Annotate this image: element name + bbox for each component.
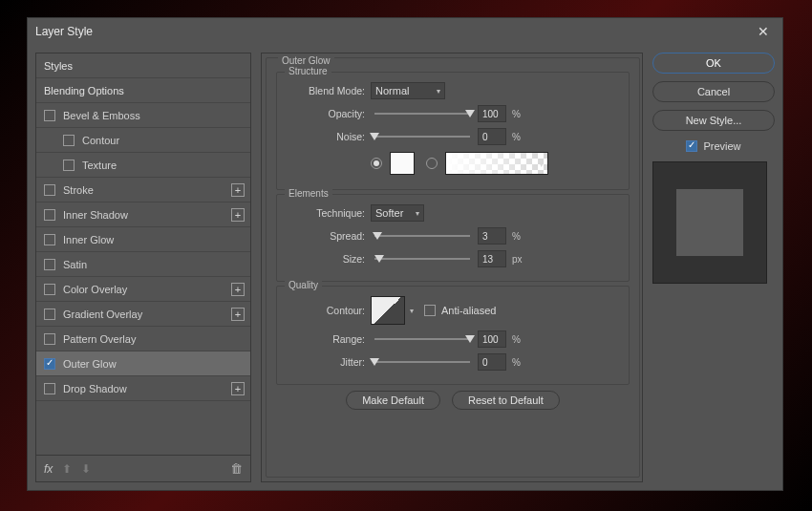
antialiased-checkbox[interactable] xyxy=(424,305,436,316)
sidebar-item-gradient-overlay[interactable]: Gradient Overlay+ xyxy=(36,302,250,327)
noise-input[interactable]: 0 xyxy=(478,128,506,145)
ok-button[interactable]: OK xyxy=(652,53,775,74)
jitter-input[interactable]: 0 xyxy=(478,353,506,371)
jitter-label: Jitter: xyxy=(287,356,371,368)
style-checkbox[interactable] xyxy=(63,160,75,171)
sidebar-item-label: Pattern Overlay xyxy=(63,333,136,345)
structure-title: Structure xyxy=(285,66,331,76)
elements-title: Elements xyxy=(285,188,332,199)
sidebar-item-satin[interactable]: Satin xyxy=(36,252,250,277)
style-checkbox[interactable] xyxy=(44,209,55,221)
color-source-solid-radio[interactable] xyxy=(371,158,382,169)
default-buttons-row: Make Default Reset to Default xyxy=(272,391,633,410)
fx-icon[interactable]: fx xyxy=(44,462,53,476)
arrow-up-icon[interactable]: ⬆ xyxy=(62,462,72,476)
chevron-down-icon: ▾ xyxy=(437,87,440,96)
plus-icon[interactable]: + xyxy=(231,208,245,222)
blending-options-header[interactable]: Blending Options xyxy=(36,78,250,103)
sidebar-item-pattern-overlay[interactable]: Pattern Overlay xyxy=(36,327,250,351)
style-checkbox[interactable] xyxy=(63,135,75,146)
style-checkbox[interactable] xyxy=(44,309,55,320)
sidebar-item-inner-shadow[interactable]: Inner Shadow+ xyxy=(36,202,250,227)
style-checkbox[interactable] xyxy=(44,358,55,370)
opacity-slider[interactable] xyxy=(374,113,470,115)
range-unit: % xyxy=(512,334,521,345)
titlebar: Layer Style ✕ xyxy=(28,18,782,45)
preview-label: Preview xyxy=(703,140,740,152)
blend-mode-value: Normal xyxy=(375,85,409,96)
preview-checkbox[interactable] xyxy=(686,140,697,152)
sidebar-item-drop-shadow[interactable]: Drop Shadow+ xyxy=(36,376,250,401)
plus-icon[interactable]: + xyxy=(231,183,245,197)
sidebar-item-bevel-emboss[interactable]: Bevel & Emboss xyxy=(36,103,250,128)
quality-title: Quality xyxy=(285,280,322,290)
sidebar-item-color-overlay[interactable]: Color Overlay+ xyxy=(36,277,250,302)
sidebar-item-stroke[interactable]: Stroke+ xyxy=(36,178,250,202)
plus-icon[interactable]: + xyxy=(231,283,245,296)
close-icon[interactable]: ✕ xyxy=(752,24,775,39)
spread-slider[interactable] xyxy=(374,235,470,237)
style-checkbox[interactable] xyxy=(44,383,55,394)
blend-mode-select[interactable]: Normal ▾ xyxy=(371,82,445,99)
sidebar-item-outer-glow[interactable]: Outer Glow xyxy=(36,351,250,376)
new-style-button[interactable]: New Style... xyxy=(652,110,775,131)
chevron-down-icon: ▾ xyxy=(539,158,545,170)
style-checkbox[interactable] xyxy=(44,259,55,270)
plus-icon[interactable]: + xyxy=(231,308,245,321)
sidebar-item-label: Outer Glow xyxy=(63,358,117,370)
sidebar-item-label: Inner Shadow xyxy=(63,209,128,221)
sidebar-item-label: Contour xyxy=(82,135,119,146)
opacity-unit: % xyxy=(512,109,521,119)
size-input[interactable]: 13 xyxy=(478,250,506,267)
technique-label: Technique: xyxy=(287,207,371,219)
glow-color-swatch[interactable] xyxy=(390,152,415,175)
blending-options-label: Blending Options xyxy=(44,85,124,96)
style-checkbox[interactable] xyxy=(44,284,55,295)
range-input[interactable]: 100 xyxy=(478,330,506,348)
sidebar-item-texture[interactable]: Texture xyxy=(36,153,250,178)
sidebar: Styles Blending Options Bevel & EmbossCo… xyxy=(35,53,251,482)
spread-input[interactable]: 3 xyxy=(478,227,506,245)
style-checkbox[interactable] xyxy=(44,110,55,121)
noise-slider[interactable] xyxy=(374,136,470,138)
preview-box xyxy=(652,161,767,284)
layer-style-dialog: Layer Style ✕ Styles Blending Options Be… xyxy=(27,17,783,491)
dialog-title: Layer Style xyxy=(35,25,752,38)
style-checkbox[interactable] xyxy=(44,184,55,196)
jitter-unit: % xyxy=(512,357,521,368)
size-label: Size: xyxy=(287,253,371,265)
size-slider[interactable] xyxy=(374,258,470,260)
technique-select[interactable]: Softer ▾ xyxy=(371,204,424,222)
color-source-gradient-radio[interactable] xyxy=(426,158,438,169)
styles-list: Styles Blending Options Bevel & EmbossCo… xyxy=(35,53,251,456)
glow-gradient-swatch[interactable]: ▾ xyxy=(445,152,548,175)
sidebar-footer: fx ⬆ ⬇ 🗑 xyxy=(35,456,251,482)
plus-icon[interactable]: + xyxy=(231,382,245,395)
dialog-body: Styles Blending Options Bevel & EmbossCo… xyxy=(28,45,782,490)
structure-group: Structure Blend Mode: Normal ▾ Opacity: … xyxy=(276,72,630,190)
spread-label: Spread: xyxy=(287,230,371,242)
style-checkbox[interactable] xyxy=(44,333,55,345)
sidebar-item-label: Drop Shadow xyxy=(63,383,127,394)
elements-group: Elements Technique: Softer ▾ Spread: 3 % xyxy=(276,194,630,282)
styles-header[interactable]: Styles xyxy=(36,53,250,78)
trash-icon[interactable]: 🗑 xyxy=(230,461,243,476)
range-label: Range: xyxy=(287,333,371,345)
arrow-down-icon[interactable]: ⬇ xyxy=(81,462,91,476)
opacity-label: Opacity: xyxy=(287,108,371,119)
make-default-button[interactable]: Make Default xyxy=(346,391,440,410)
panel-title: Outer Glow xyxy=(278,55,334,66)
sidebar-item-inner-glow[interactable]: Inner Glow xyxy=(36,227,250,252)
sidebar-item-label: Gradient Overlay xyxy=(63,309,142,320)
antialiased-label: Anti-aliased xyxy=(441,305,496,316)
jitter-slider[interactable] xyxy=(374,361,470,363)
reset-default-button[interactable]: Reset to Default xyxy=(452,391,560,410)
technique-value: Softer xyxy=(375,207,403,219)
range-slider[interactable] xyxy=(374,338,470,340)
preview-sample xyxy=(676,189,743,256)
cancel-button[interactable]: Cancel xyxy=(652,81,775,102)
contour-picker[interactable]: ▾ xyxy=(371,296,405,325)
style-checkbox[interactable] xyxy=(44,234,55,245)
opacity-input[interactable]: 100 xyxy=(478,105,506,122)
sidebar-item-contour[interactable]: Contour xyxy=(36,128,250,153)
